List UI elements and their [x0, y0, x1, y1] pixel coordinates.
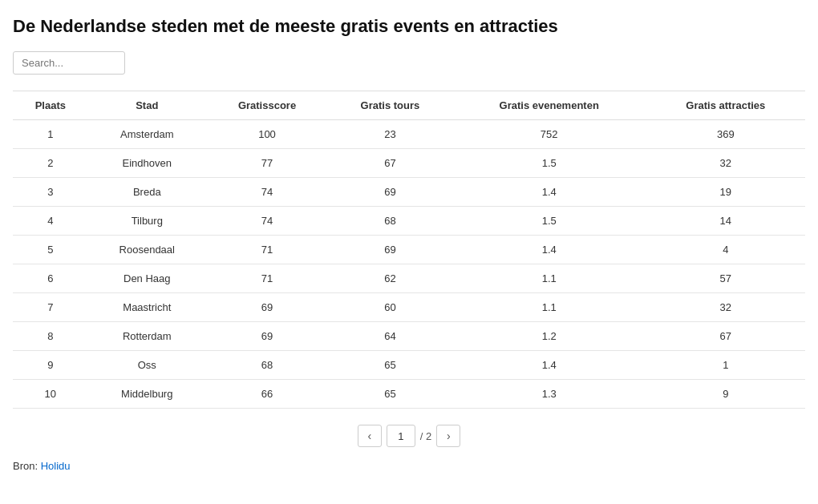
table-cell: 1.4	[452, 236, 646, 264]
search-container	[13, 51, 805, 75]
table-row: 5Roosendaal71691.44	[13, 236, 805, 264]
table-cell: 752	[452, 120, 646, 149]
table-cell: 4	[13, 207, 88, 236]
table-cell: Middelburg	[88, 380, 206, 409]
table-cell: 1.5	[452, 149, 646, 178]
table-cell: 69	[328, 236, 452, 264]
col-plaats: Plaats	[13, 91, 88, 120]
table-row: 7Maastricht69601.132	[13, 293, 805, 322]
table-cell: Den Haag	[88, 264, 206, 293]
table-cell: 14	[646, 207, 805, 236]
col-gratis-attracties: Gratis attracties	[646, 91, 805, 120]
table-cell: Roosendaal	[88, 236, 206, 264]
table-cell: 74	[206, 207, 328, 236]
source-link[interactable]: Holidu	[41, 460, 71, 472]
table-cell: 62	[328, 264, 452, 293]
table-body: 1Amsterdam100237523692Eindhoven77671.532…	[13, 120, 805, 409]
table-cell: 9	[13, 351, 88, 380]
table-cell: 369	[646, 120, 805, 149]
table-cell: 8	[13, 322, 88, 351]
page-title: De Nederlandse steden met de meeste grat…	[13, 16, 805, 37]
col-gratisscore: Gratisscore	[206, 91, 328, 120]
table-cell: 57	[646, 264, 805, 293]
table-cell: 7	[13, 293, 88, 322]
table-row: 8Rotterdam69641.267	[13, 322, 805, 351]
table-cell: 65	[328, 380, 452, 409]
table-cell: 1.5	[452, 207, 646, 236]
table-row: 6Den Haag71621.157	[13, 264, 805, 293]
page-number-input[interactable]	[387, 425, 415, 447]
table-cell: 77	[206, 149, 328, 178]
table-cell: 100	[206, 120, 328, 149]
table-cell: Amsterdam	[88, 120, 206, 149]
header-row: Plaats Stad Gratisscore Gratis tours Gra…	[13, 91, 805, 120]
table-cell: 68	[206, 351, 328, 380]
table-cell: 60	[328, 293, 452, 322]
table-cell: 71	[206, 236, 328, 264]
table-cell: 9	[646, 380, 805, 409]
prev-page-button[interactable]: ‹	[358, 425, 382, 447]
table-cell: Tilburg	[88, 207, 206, 236]
source-label: Bron:	[13, 460, 38, 472]
table-row: 2Eindhoven77671.532	[13, 149, 805, 178]
table-cell: 67	[328, 149, 452, 178]
table-cell: 3	[13, 178, 88, 207]
table-cell: Breda	[88, 178, 206, 207]
table-cell: 64	[328, 322, 452, 351]
table-cell: 2	[13, 149, 88, 178]
table-cell: 66	[206, 380, 328, 409]
table-cell: 68	[328, 207, 452, 236]
table-cell: Rotterdam	[88, 322, 206, 351]
table-cell: 10	[13, 380, 88, 409]
table-cell: 1.3	[452, 380, 646, 409]
table-cell: 69	[206, 293, 328, 322]
table-cell: 71	[206, 264, 328, 293]
table-cell: 4	[646, 236, 805, 264]
table-cell: 32	[646, 149, 805, 178]
table-cell: Eindhoven	[88, 149, 206, 178]
page-separator: / 2	[420, 430, 431, 442]
table-cell: 1.1	[452, 264, 646, 293]
table-cell: 1	[13, 120, 88, 149]
table-cell: 1.4	[452, 178, 646, 207]
table-cell: 67	[646, 322, 805, 351]
table-cell: 5	[13, 236, 88, 264]
table-cell: 32	[646, 293, 805, 322]
table-cell: 69	[206, 322, 328, 351]
table-cell: 1.2	[452, 322, 646, 351]
search-input[interactable]	[13, 51, 125, 75]
table-row: 9Oss68651.41	[13, 351, 805, 380]
table-cell: 23	[328, 120, 452, 149]
col-gratis-tours: Gratis tours	[328, 91, 452, 120]
table-cell: 19	[646, 178, 805, 207]
next-page-button[interactable]: ›	[436, 425, 460, 447]
table-row: 10Middelburg66651.39	[13, 380, 805, 409]
table-cell: 74	[206, 178, 328, 207]
col-gratis-evenementen: Gratis evenementen	[452, 91, 646, 120]
table-header: Plaats Stad Gratisscore Gratis tours Gra…	[13, 91, 805, 120]
table-cell: Maastricht	[88, 293, 206, 322]
pagination: ‹ / 2 ›	[13, 425, 805, 447]
table-cell: 1.1	[452, 293, 646, 322]
table-cell: 1	[646, 351, 805, 380]
source-line: Bron: Holidu	[13, 460, 805, 472]
table-cell: Oss	[88, 351, 206, 380]
col-stad: Stad	[88, 91, 206, 120]
table-cell: 6	[13, 264, 88, 293]
data-table: Plaats Stad Gratisscore Gratis tours Gra…	[13, 91, 805, 409]
table-row: 3Breda74691.419	[13, 178, 805, 207]
table-cell: 65	[328, 351, 452, 380]
table-row: 1Amsterdam10023752369	[13, 120, 805, 149]
table-row: 4Tilburg74681.514	[13, 207, 805, 236]
table-cell: 1.4	[452, 351, 646, 380]
table-cell: 69	[328, 178, 452, 207]
